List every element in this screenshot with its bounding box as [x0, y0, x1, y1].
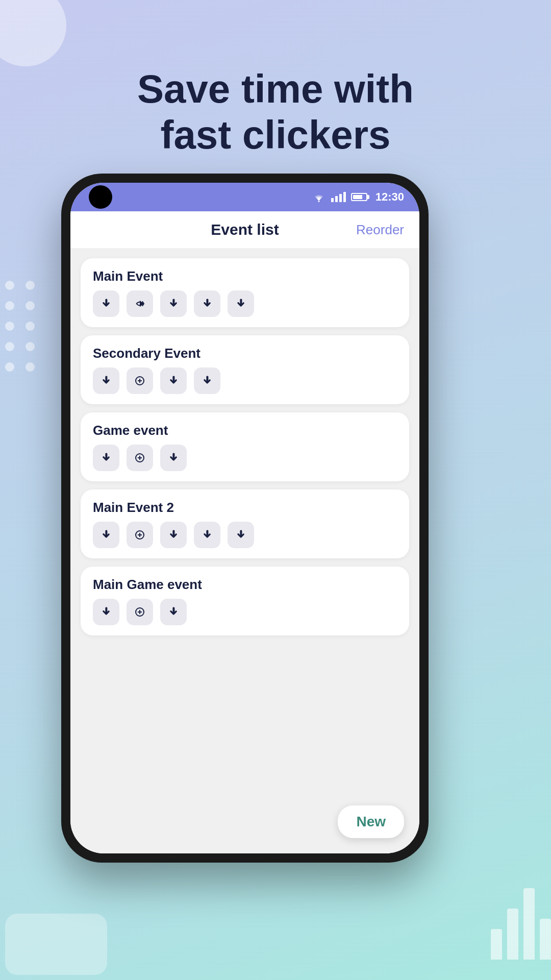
- event-clickers-secondary-event: [93, 368, 397, 394]
- event-name-game-event: Game event: [93, 423, 397, 438]
- reorder-button[interactable]: Reorder: [356, 222, 404, 238]
- wifi-icon: [312, 191, 326, 203]
- mge-clicker-btn-1[interactable]: [93, 599, 119, 625]
- event-card-secondary-event: Secondary Event: [81, 335, 409, 404]
- app-header: Event list Reorder: [70, 211, 419, 248]
- status-icons: 12:30: [312, 190, 404, 204]
- page-headline: Save time with fast clickers: [0, 66, 551, 158]
- bg-dots: [5, 281, 35, 372]
- event-card-main-event-2: Main Event 2: [81, 489, 409, 558]
- svg-point-0: [318, 201, 319, 202]
- event-name-secondary-event: Secondary Event: [93, 346, 397, 361]
- event-card-main-game-event: Main Game event: [81, 567, 409, 635]
- event-name-main-event: Main Event: [93, 268, 397, 284]
- event-name-main-event-2: Main Event 2: [93, 500, 397, 516]
- secondary-clicker-btn-4[interactable]: [194, 368, 220, 394]
- me2-clicker-btn-5[interactable]: [228, 522, 254, 548]
- clicker-btn-1[interactable]: [93, 290, 119, 317]
- me2-clicker-btn-3[interactable]: [160, 522, 187, 548]
- battery-icon: [351, 193, 367, 201]
- clicker-btn-2[interactable]: [127, 290, 153, 317]
- mge-clicker-btn-2[interactable]: [127, 599, 153, 625]
- clicker-btn-5[interactable]: [228, 290, 254, 317]
- game-clicker-btn-2[interactable]: [127, 445, 153, 471]
- status-bar: 12:30: [70, 183, 419, 211]
- bg-circle-top: [0, 0, 66, 66]
- event-card-game-event: Game event: [81, 412, 409, 481]
- event-clickers-game-event: [93, 445, 397, 471]
- phone-inner: 12:30 Event list Reorder Main Event: [70, 183, 419, 853]
- event-clickers-main-event: [93, 290, 397, 317]
- event-clickers-main-game-event: [93, 599, 397, 625]
- mge-clicker-btn-3[interactable]: [160, 599, 187, 625]
- game-clicker-btn-3[interactable]: [160, 445, 187, 471]
- event-clickers-main-event-2: [93, 522, 397, 548]
- fab-new-button[interactable]: New: [338, 805, 404, 838]
- bg-decoration-bars: [491, 888, 551, 960]
- event-name-main-game-event: Main Game event: [93, 577, 397, 593]
- event-card-main-event: Main Event: [81, 258, 409, 327]
- secondary-clicker-btn-1[interactable]: [93, 368, 119, 394]
- app-title: Event list: [211, 221, 279, 238]
- status-time: 12:30: [375, 190, 404, 204]
- game-clicker-btn-1[interactable]: [93, 445, 119, 471]
- clicker-btn-3[interactable]: [160, 290, 187, 317]
- phone-outer: 12:30 Event list Reorder Main Event: [61, 174, 429, 863]
- me2-clicker-btn-1[interactable]: [93, 522, 119, 548]
- bg-decoration-card: [5, 914, 107, 975]
- clicker-btn-4[interactable]: [194, 290, 220, 317]
- phone-mockup: 12:30 Event list Reorder Main Event: [61, 174, 429, 863]
- camera-hole: [89, 185, 112, 209]
- signal-icon: [331, 192, 346, 202]
- secondary-clicker-btn-3[interactable]: [160, 368, 187, 394]
- me2-clicker-btn-4[interactable]: [194, 522, 220, 548]
- app-content: Main Event: [70, 248, 419, 853]
- secondary-clicker-btn-2[interactable]: [127, 368, 153, 394]
- me2-clicker-btn-2[interactable]: [127, 522, 153, 548]
